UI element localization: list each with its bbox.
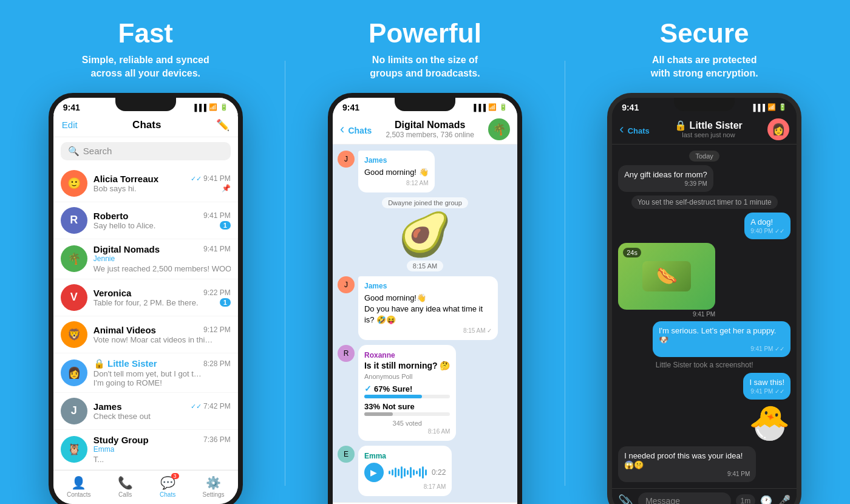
chat-name: Alicia Torreaux [93, 174, 158, 184]
contact-header: ‹ Chats 🔒 Little Sister last seen just n… [612, 115, 797, 145]
message-bubble: A dog! 9:40 PM ✓✓ [744, 213, 790, 239]
battery-icon: 🔋 [220, 103, 228, 111]
list-item[interactable]: J James ✓✓ 7:42 PM Check these out [53, 393, 238, 430]
chat-name: 🔒 Little Sister [93, 358, 157, 369]
message-sender: James [364, 281, 492, 291]
chat-time: 9:41 PM [203, 245, 231, 253]
list-item[interactable]: V Veronica 9:22 PM Table for four, 2 PM.… [53, 279, 238, 316]
timer-overlay: 24s [623, 248, 641, 257]
sticker-message: 🐣 [749, 403, 790, 443]
emoji-icon[interactable]: 🕐 [760, 495, 772, 504]
compose-icon[interactable]: ✏️ [216, 118, 229, 132]
nav-label-contacts: Contacts [67, 491, 90, 498]
mic-icon[interactable]: 🎤 [777, 494, 790, 504]
poll-bubble: Roxanne Is it still morning? 🤔 Anonymous… [358, 345, 456, 441]
sender-avatar: J [338, 276, 355, 293]
list-item[interactable]: 🌴 Digital Nomads 9:41 PM Jennie We just … [53, 239, 238, 279]
search-bar[interactable]: 🔍 Search [61, 142, 231, 160]
chat-preview: T... [93, 455, 104, 464]
image-content: 🌭 [642, 261, 691, 291]
chats-header: Edit Chats ✏️ [53, 115, 238, 137]
wifi-icon: 📶 [488, 103, 497, 111]
date-label: Today [689, 151, 719, 162]
poll-sender: Roxanne [364, 351, 450, 359]
list-item[interactable]: 🦁 Animal Videos 9:12 PM Vote now! Moar c… [53, 316, 238, 353]
chat-name-row: James ✓✓ 7:42 PM [93, 401, 231, 412]
secure-subtitle: All chats are protectedwith strong encry… [651, 53, 758, 81]
screenshot-notice: Little Sister took a screenshot! [656, 361, 753, 369]
avatar: 🦁 [61, 321, 87, 348]
nav-item-chats[interactable]: 💬 3 Chats [160, 475, 175, 498]
phone-fast: 9:41 ▐▐▐ 📶 🔋 Edit Chats ✏️ 🔍 Search 🙂 [49, 93, 243, 504]
voice-duration: 0:22 [432, 468, 446, 477]
signal-icon: ▐▐▐ [192, 104, 206, 111]
double-check-icon: ✓✓ [191, 175, 202, 182]
message-row: J James Good morning!👋Do you have any id… [338, 276, 512, 340]
chat-name: Animal Videos [93, 325, 156, 335]
battery-icon: 🔋 [499, 103, 508, 111]
poll-bar-fill-2 [364, 412, 393, 416]
nav-label-chats: Chats [160, 491, 175, 498]
chat-name-row: Study Group 7:36 PM [93, 435, 231, 445]
time-indicator: 8:15 AM [407, 261, 443, 271]
chats-badge: 3 [171, 473, 179, 479]
timer-button[interactable]: 1m [736, 494, 756, 504]
nav-item-calls[interactable]: 📞 Calls [118, 475, 133, 498]
poll-pct: 67% [374, 384, 390, 393]
status-icons-powerful: ▐▐▐ 📶 🔋 [472, 103, 508, 111]
nav-item-settings[interactable]: ⚙️ Settings [202, 475, 224, 498]
wave-bar [401, 466, 403, 478]
notch-secure [674, 98, 735, 111]
avatar: 🙂 [61, 170, 87, 197]
chat-content: James ✓✓ 7:42 PM Check these out [93, 401, 231, 421]
message-placeholder: Message [645, 496, 680, 504]
time-powerful: 9:41 [342, 103, 359, 112]
wave-bar [410, 467, 412, 478]
chats-icon-wrap: 💬 3 [160, 475, 175, 490]
phone-secure: 9:41 ▐▐▐ 📶 🔋 ‹ Chats 🔒 Little Sister las… [607, 93, 801, 504]
poll-time: 8:16 AM [364, 428, 450, 435]
list-item[interactable]: R Roberto 9:41 PM Say hello to Alice. 1 [53, 202, 238, 239]
message-input[interactable]: Message [638, 492, 730, 504]
signal-icon: ▐▐▐ [751, 104, 765, 111]
message-text: I saw this! [749, 378, 784, 387]
contacts-icon: 👤 [71, 475, 86, 490]
bottom-nav: 👤 Contacts 📞 Calls 💬 3 Chats ⚙️ Settings [53, 470, 238, 504]
unread-badge: 1 [220, 221, 231, 230]
chat-preview-row: Say hello to Alice. 1 [93, 221, 231, 230]
list-item[interactable]: 👩 🔒 Little Sister 8:28 PM Don't tell mom… [53, 353, 238, 393]
chat-preview-row: Don't tell mom yet, but I got the job! I… [93, 369, 231, 387]
dark-input-area: 📎 Message 1m 🕐 🎤 [612, 488, 797, 504]
powerful-title: Powerful [369, 18, 481, 49]
poll-bar [364, 412, 450, 416]
contact-name: 🔒 Little Sister [654, 120, 763, 131]
status-icons-secure: ▐▐▐ 📶 🔋 [751, 103, 787, 111]
voice-bubble: Emma ▶ [358, 446, 452, 496]
play-button[interactable]: ▶ [364, 463, 384, 482]
system-message: Dwayne joined the group [382, 197, 468, 208]
nav-item-contacts[interactable]: 👤 Contacts [67, 475, 90, 498]
list-item[interactable]: 🦉 Study Group 7:36 PM Emma T... [53, 430, 238, 470]
chat-name: Study Group [93, 435, 149, 445]
poll-message-row: R Roxanne Is it still morning? 🤔 Anonymo… [338, 345, 512, 441]
poll-bar [364, 395, 450, 398]
message-text: A dog! [750, 217, 784, 226]
contact-info: 🔒 Little Sister last seen just now [654, 120, 763, 138]
poll-text: Sure! [392, 384, 412, 393]
status-bar-secure: 9:41 ▐▐▐ 📶 🔋 [612, 98, 797, 115]
chat-name-row: Veronica 9:22 PM [93, 288, 231, 298]
back-button[interactable]: ‹ Chats [340, 121, 372, 137]
chat-name-row: 🔒 Little Sister 8:28 PM [93, 358, 231, 369]
chat-name-row: Digital Nomads 9:41 PM [93, 244, 231, 254]
avatar: 🌴 [61, 245, 87, 272]
list-item[interactable]: 🙂 Alicia Torreaux ✓✓ 9:41 PM Bob says hi… [53, 165, 238, 202]
chat-preview: Check these out [93, 412, 151, 421]
back-button-secure[interactable]: ‹ Chats [619, 121, 650, 137]
chat-preview-row: Emma T... [93, 445, 231, 465]
attach-button[interactable]: 📎 [618, 494, 633, 504]
edit-button[interactable]: Edit [62, 120, 78, 130]
chat-preview-row: Vote now! Moar cat videos in this channe… [93, 335, 231, 344]
group-sub: 2,503 members, 736 online [376, 131, 483, 139]
chat-time: ✓✓ 9:41 PM [191, 174, 231, 183]
message-text: I needed proof this was your idea! 😱🤫 [624, 451, 750, 469]
